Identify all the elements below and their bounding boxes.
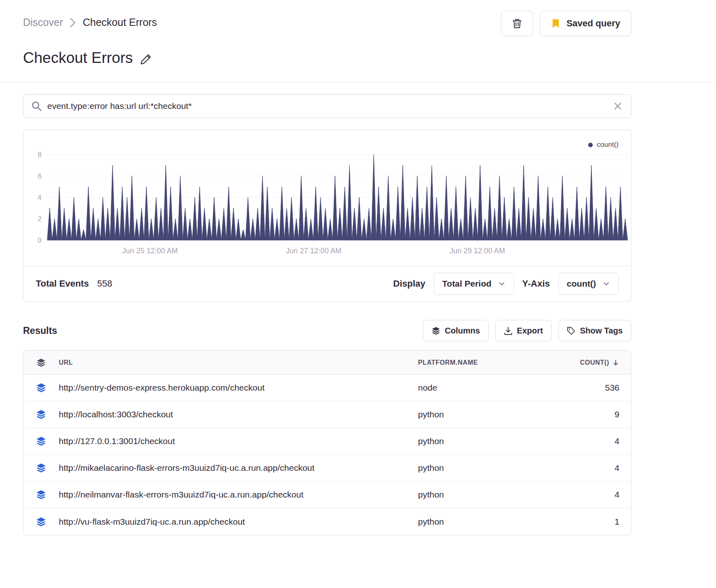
export-button[interactable]: Export: [495, 320, 552, 341]
chevron-right-icon: [69, 17, 76, 28]
page-header: Discover Checkout Errors Saved query Che…: [0, 0, 631, 82]
trash-icon: [512, 18, 522, 29]
platform-cell: python: [418, 517, 558, 527]
row-stack-icon-cell[interactable]: [23, 383, 59, 393]
platform-cell: python: [418, 410, 558, 419]
count-header-label: COUNT(): [580, 359, 609, 366]
stack-icon: [37, 358, 46, 367]
edit-title-icon[interactable]: [140, 53, 152, 65]
yaxis-value: count(): [567, 279, 596, 289]
stack-icon: [432, 326, 440, 335]
chevron-down-icon: [498, 280, 506, 287]
row-stack-icon-cell[interactable]: [23, 436, 59, 446]
title-row: Checkout Errors: [23, 49, 631, 82]
events-chart-svg: 02468Jun 25 12:00 AMJun 27 12:00 AMJun 2…: [25, 149, 629, 264]
platform-cell: python: [418, 463, 558, 473]
stack-icon: [36, 383, 46, 393]
results-table: URL PLATFORM.NAME COUNT() http://sentry-…: [23, 350, 631, 535]
total-events: Total Events 558: [36, 278, 112, 289]
count-cell: 9: [558, 410, 619, 419]
page-title: Checkout Errors: [23, 49, 133, 67]
url-cell[interactable]: http://vu-flask-m3uuizd7iq-uc.a.run.app/…: [59, 517, 418, 527]
yaxis-label: Y-Axis: [522, 278, 550, 289]
results-bar: Results Columns Export Show Tags: [23, 320, 631, 341]
table-row[interactable]: http://mikaelacarino-flask-errors-m3uuiz…: [23, 455, 631, 482]
breadcrumb: Discover Checkout Errors: [23, 11, 157, 28]
stack-icon: [36, 410, 46, 419]
chart-controls: Display Total Period Y-Axis count(): [393, 273, 619, 295]
url-cell[interactable]: http://neilmanvar-flask-errors-m3uuizd7i…: [59, 490, 418, 500]
top-actions: Saved query: [501, 11, 631, 36]
chart-plot-area: 02468Jun 25 12:00 AMJun 27 12:00 AMJun 2…: [23, 130, 631, 266]
svg-text:Jun 25 12:00 AM: Jun 25 12:00 AM: [122, 247, 178, 255]
column-header-url[interactable]: URL: [59, 359, 418, 366]
svg-text:0: 0: [38, 236, 42, 244]
display-label: Display: [393, 278, 425, 289]
columns-button[interactable]: Columns: [423, 320, 489, 341]
total-events-label: Total Events: [36, 278, 89, 289]
delete-query-button[interactable]: [501, 11, 533, 36]
url-cell[interactable]: http://localhost:3003/checkout: [59, 410, 418, 419]
stack-icon: [36, 517, 46, 527]
row-stack-icon-cell[interactable]: [23, 490, 59, 500]
display-select[interactable]: Total Period: [434, 273, 514, 295]
display-value: Total Period: [442, 279, 492, 289]
count-cell: 4: [558, 436, 619, 446]
topbar: Discover Checkout Errors Saved query: [23, 11, 631, 36]
yaxis-select[interactable]: count(): [558, 273, 619, 295]
bookmark-icon: [551, 19, 561, 28]
saved-query-label: Saved query: [566, 18, 620, 29]
legend-label: count(): [597, 141, 619, 149]
clear-search-icon[interactable]: [613, 102, 622, 111]
breadcrumb-current: Checkout Errors: [83, 16, 157, 28]
platform-cell: node: [418, 383, 558, 393]
url-cell[interactable]: http://127.0.0.1:3001/checkout: [59, 436, 418, 446]
svg-text:8: 8: [38, 151, 42, 159]
row-stack-icon-cell[interactable]: [23, 463, 59, 473]
count-cell: 4: [558, 490, 619, 500]
edit-columns-icon-cell[interactable]: [23, 358, 59, 367]
url-cell[interactable]: http://mikaelacarino-flask-errors-m3uuiz…: [59, 463, 418, 473]
url-cell[interactable]: http://sentry-demos-express.herokuapp.co…: [59, 383, 418, 393]
export-label: Export: [517, 326, 543, 336]
table-row[interactable]: http://localhost:3003/checkout python 9: [23, 401, 631, 428]
table-row[interactable]: http://127.0.0.1:3001/checkout python 4: [23, 428, 631, 455]
columns-label: Columns: [445, 326, 480, 336]
column-header-count[interactable]: COUNT(): [558, 359, 619, 366]
stack-icon: [36, 490, 46, 500]
chevron-down-icon: [603, 280, 610, 287]
results-actions: Columns Export Show Tags: [423, 320, 631, 341]
search-input[interactable]: [23, 94, 631, 118]
column-header-platform[interactable]: PLATFORM.NAME: [418, 359, 558, 366]
main-content: count() 02468Jun 25 12:00 AMJun 27 12:00…: [23, 94, 631, 535]
platform-cell: python: [418, 436, 558, 446]
search-bar: [23, 94, 631, 118]
saved-query-button[interactable]: Saved query: [540, 11, 631, 36]
chart-footer: Total Events 558 Display Total Period Y-…: [23, 266, 631, 301]
svg-text:6: 6: [38, 172, 42, 180]
show-tags-label: Show Tags: [580, 326, 623, 336]
results-heading: Results: [23, 325, 57, 336]
row-stack-icon-cell[interactable]: [23, 517, 59, 527]
count-cell: 1: [558, 517, 619, 527]
show-tags-button[interactable]: Show Tags: [558, 320, 631, 341]
table-row[interactable]: http://sentry-demos-express.herokuapp.co…: [23, 375, 631, 401]
table-row[interactable]: http://neilmanvar-flask-errors-m3uuizd7i…: [23, 482, 631, 508]
chart-legend: count(): [588, 141, 619, 149]
tag-icon: [567, 326, 575, 335]
row-stack-icon-cell[interactable]: [23, 410, 59, 419]
sort-descending-icon: [612, 359, 619, 366]
header-divider: [0, 82, 716, 83]
stack-icon: [36, 463, 46, 473]
count-cell: 4: [558, 463, 619, 473]
total-events-value: 558: [97, 278, 112, 289]
results-table-header: URL PLATFORM.NAME COUNT(): [23, 351, 631, 375]
platform-cell: python: [418, 490, 558, 500]
legend-dot: [588, 143, 593, 147]
download-icon: [504, 326, 513, 335]
search-icon: [31, 101, 42, 111]
events-chart-card: count() 02468Jun 25 12:00 AMJun 27 12:00…: [23, 130, 631, 302]
breadcrumb-discover-link[interactable]: Discover: [23, 16, 63, 28]
count-cell: 536: [558, 383, 619, 393]
table-row[interactable]: http://vu-flask-m3uuizd7iq-uc.a.run.app/…: [23, 508, 631, 535]
